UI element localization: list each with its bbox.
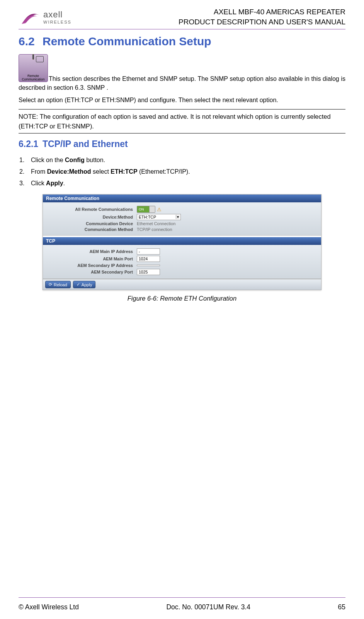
logo-sub: WIRELESS [43, 20, 71, 24]
intro-para-2: Select an option (ETH:TCP or ETH:SNMP) a… [19, 96, 345, 104]
comm-device-label: Communication Device [46, 221, 137, 226]
reload-button[interactable]: ⟳ Reload [45, 281, 71, 288]
device-method-label: Device:Method [46, 215, 137, 219]
header: axell WIRELESS AXELL MBF-40 AMERICAS REP… [19, 7, 345, 27]
logo-icon [19, 8, 42, 26]
section-title: Remote Communication Setup [43, 35, 211, 48]
sec-ip-label: AEM Secondary IP Address [46, 263, 137, 268]
footer-right: 65 [338, 603, 345, 611]
remote-communication-icon: Remote Communication [19, 54, 48, 82]
header-title-2: PRODUCT DESCRIPTION AND USER'S MANUAL [179, 17, 345, 27]
button-bar: ⟳ Reload ✓ Apply [43, 279, 321, 290]
main-ip-input[interactable]: - [137, 248, 160, 255]
footer-center: Doc. No. 00071UM Rev. 3.4 [166, 603, 250, 611]
sec-ip-input[interactable] [137, 265, 160, 266]
comm-method-value: TCP/IP connection [137, 227, 172, 232]
general-panel: All Remote Communications ON ⚠ Device:Me… [43, 202, 321, 236]
remote-communication-screenshot: Remote Communication All Remote Communic… [43, 194, 321, 290]
step-3: Click Apply. [19, 179, 345, 188]
step-1: Click on the Config button. [19, 156, 345, 165]
footer-divider [19, 597, 345, 598]
footer-left: © Axell Wireless Ltd [19, 603, 79, 611]
tcp-title: TCP [43, 237, 321, 245]
header-divider [19, 29, 345, 29]
reload-icon: ⟳ [49, 282, 52, 287]
subsection-number: 6.2.1 [19, 139, 43, 149]
logo: axell WIRELESS [19, 8, 71, 26]
subsection-title: TCP/IP and Ethernet [43, 139, 128, 149]
intro-para-1: Remote Communication This section descri… [19, 54, 345, 92]
section-heading: 6.2Remote Communication Setup [19, 35, 345, 48]
tcp-section: TCP AEM Main IP Address - AEM Main Port … [43, 236, 321, 279]
header-titles: AXELL MBF-40 AMERICAS REPEATER PRODUCT D… [179, 7, 345, 27]
intro-section: Remote Communication This section descri… [19, 54, 345, 104]
section-number: 6.2 [19, 35, 43, 48]
panel-title: Remote Communication [43, 195, 321, 202]
comm-device-value: Ethernet Connection [137, 221, 175, 226]
footer: © Axell Wireless Ltd Doc. No. 00071UM Re… [19, 597, 345, 611]
note-box: NOTE: The configuration of each option i… [19, 109, 345, 134]
figure-caption: Figure 6-6: Remote ETH Configuration [19, 295, 345, 302]
header-title-1: AXELL MBF-40 AMERICAS REPEATER [179, 7, 345, 17]
main-port-label: AEM Main Port [46, 256, 137, 261]
check-icon: ✓ [77, 282, 80, 287]
subsection-heading: 6.2.1TCP/IP and Ethernet [19, 139, 345, 149]
comm-method-label: Communication Method [46, 227, 137, 232]
main-port-input[interactable]: 1024 [137, 256, 160, 262]
steps-list: Click on the Config button. From Device:… [19, 156, 345, 188]
sec-port-label: AEM Secondary Port [46, 270, 137, 274]
main-ip-label: AEM Main IP Address [46, 249, 137, 254]
all-remote-toggle[interactable]: ON [137, 206, 155, 213]
all-remote-label: All Remote Communications [46, 207, 137, 212]
sec-port-input[interactable]: 1025 [137, 269, 160, 275]
step-2: From Device:Method select ETH:TCP (Ether… [19, 167, 345, 176]
device-method-select[interactable]: ETH:TCP [137, 214, 181, 220]
warning-icon: ⚠ [157, 207, 162, 212]
logo-brand: axell [43, 10, 71, 20]
apply-button[interactable]: ✓ Apply [73, 281, 96, 288]
